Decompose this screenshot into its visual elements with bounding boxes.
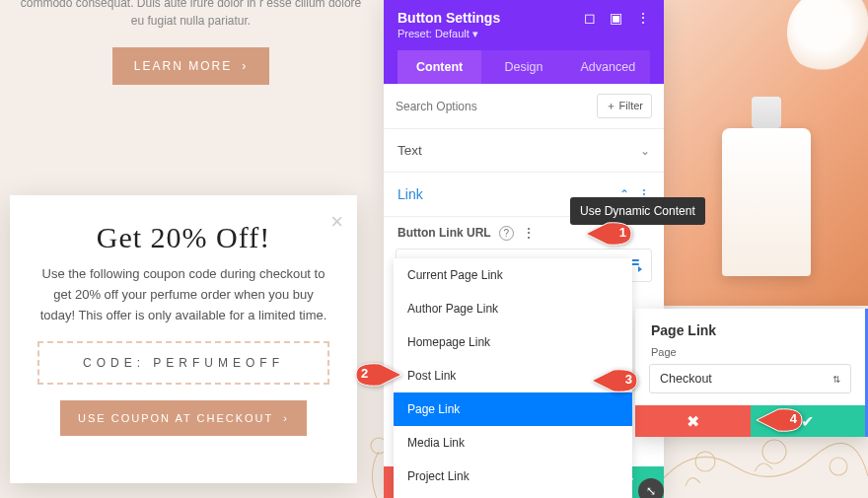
link-type-dropdown: Current Page Link Author Page Link Homep…: [394, 258, 632, 498]
tab-advanced[interactable]: Advanced: [566, 50, 650, 84]
svg-point-0: [695, 452, 715, 471]
option-text[interactable]: Text ⌄: [384, 129, 664, 173]
learn-more-label: LEARN MORE: [134, 59, 232, 73]
tab-design[interactable]: Design: [481, 50, 565, 84]
tab-content[interactable]: Content: [398, 50, 481, 84]
page-link-panel: Page Link Page Checkout ⇅ ✖ ✔: [635, 309, 868, 437]
panel-title: Button Settings: [398, 10, 500, 26]
url-label: Button Link URL: [398, 226, 491, 240]
focus-icon[interactable]: ◻: [584, 10, 596, 26]
banner-section: commodo consequat. Duis aute irure dolor…: [0, 0, 382, 158]
dropdown-item[interactable]: Project Link: [394, 460, 632, 493]
promo-title: Get 20% Off!: [37, 221, 329, 254]
filter-button[interactable]: ＋ Filter: [597, 94, 653, 118]
dynamic-content-tooltip: Use Dynamic Content: [570, 197, 705, 225]
expand-icon[interactable]: ▣: [610, 10, 622, 26]
dropdown-item[interactable]: Homepage Link: [394, 325, 632, 359]
chevron-down-icon: ⌄: [640, 144, 650, 158]
lorem-text: commodo consequat. Duis aute irure dolor…: [20, 0, 362, 30]
page-link-actions: ✖ ✔: [635, 405, 865, 437]
use-coupon-label: USE COUPON AT CHECKOUT: [78, 412, 273, 424]
learn-more-button[interactable]: LEARN MORE ›: [112, 47, 269, 85]
cancel-button[interactable]: ✖: [635, 405, 751, 437]
option-label: Text: [398, 143, 422, 158]
hero-image: [664, 0, 868, 306]
more-icon[interactable]: ⋮: [636, 10, 650, 26]
search-row: ＋ Filter: [384, 84, 664, 129]
panel-tabs: Content Design Advanced: [398, 50, 650, 84]
dropdown-item[interactable]: Product Link: [394, 493, 632, 498]
svg-point-2: [830, 458, 847, 475]
coupon-code-box: CODE: PERFUMEOFF: [37, 341, 329, 385]
panel-header: Button Settings ◻ ▣ ⋮ Preset: Default ▾ …: [384, 0, 664, 84]
dropdown-item[interactable]: Author Page Link: [394, 292, 632, 325]
dropdown-item-selected[interactable]: Page Link: [394, 392, 632, 426]
close-icon[interactable]: ×: [330, 209, 343, 235]
search-input[interactable]: [396, 100, 597, 113]
page-link-label: Page: [635, 346, 865, 364]
page-link-title: Page Link: [635, 309, 865, 346]
flower-deco-icon: [787, 0, 868, 77]
option-label: Link: [398, 186, 423, 202]
dropdown-item[interactable]: Media Link: [394, 426, 632, 460]
svg-point-1: [762, 440, 786, 463]
chevron-right-icon: ›: [242, 59, 248, 73]
dropdown-item[interactable]: Post Link: [394, 359, 632, 392]
perfume-bottle-icon: [722, 128, 811, 276]
promo-body: Use the following coupon code during che…: [37, 264, 329, 325]
page-select[interactable]: Checkout ⇅: [649, 364, 851, 393]
use-coupon-button[interactable]: USE COUPON AT CHECKOUT ›: [60, 400, 307, 436]
promo-popup: × Get 20% Off! Use the following coupon …: [10, 195, 357, 483]
resize-handle-icon[interactable]: ⤡: [638, 478, 664, 498]
dropdown-item[interactable]: Current Page Link: [394, 258, 632, 292]
help-icon[interactable]: ?: [499, 226, 514, 241]
page-select-value: Checkout: [660, 372, 712, 386]
chevron-right-icon: ›: [283, 412, 289, 424]
confirm-button[interactable]: ✔: [751, 405, 866, 437]
preset-selector[interactable]: Preset: Default ▾: [398, 28, 650, 40]
more-icon[interactable]: ⋮: [522, 225, 535, 241]
select-arrows-icon: ⇅: [832, 374, 840, 385]
